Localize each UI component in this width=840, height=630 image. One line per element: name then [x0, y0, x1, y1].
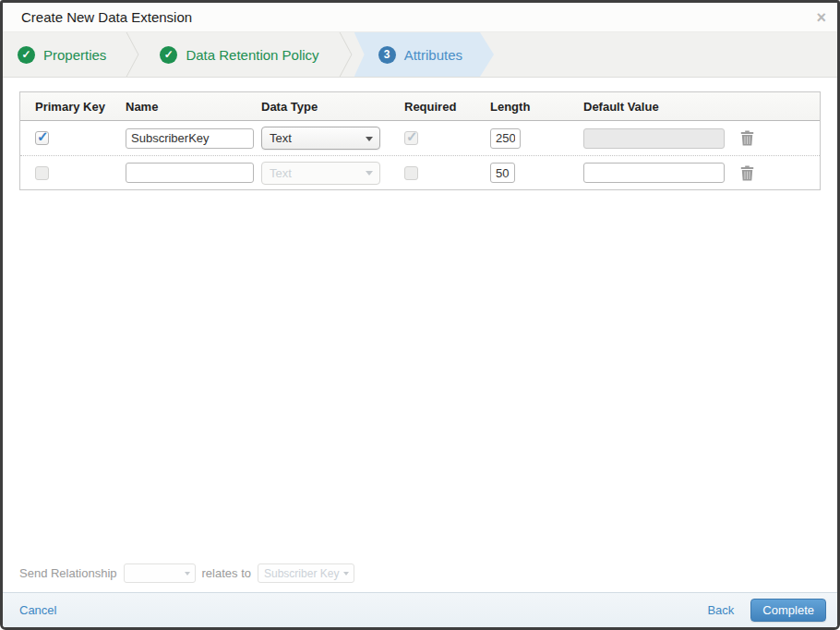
step-label: Attributes	[404, 47, 462, 63]
check-icon: ✓	[160, 46, 177, 64]
step-label: Data Retention Policy	[186, 47, 318, 63]
send-relationship-source-select	[124, 563, 196, 583]
send-relationship-label: Send Relationship	[19, 566, 117, 580]
step-attributes[interactable]: 3 Attributes	[354, 32, 494, 77]
column-header-name: Name	[118, 100, 254, 114]
data-type-select: Text	[261, 162, 380, 185]
data-type-value: Text	[270, 131, 292, 145]
send-relationship-target-select: Subscriber Key	[258, 563, 354, 583]
trash-icon	[740, 130, 754, 146]
length-input[interactable]	[490, 128, 521, 149]
primary-key-checkbox[interactable]	[35, 166, 49, 180]
trash-icon	[740, 165, 754, 181]
default-value-input	[583, 128, 725, 149]
step-separator-chevron	[334, 32, 358, 77]
step-data-retention-policy[interactable]: ✓ Data Retention Policy	[145, 32, 333, 77]
step-label: Properties	[43, 47, 106, 63]
length-input[interactable]	[490, 163, 515, 183]
attribute-row: Text	[20, 155, 820, 189]
primary-key-checkbox[interactable]	[35, 131, 49, 145]
delete-row-button[interactable]	[740, 130, 754, 146]
attributes-table: Primary Key Name Data Type Required Leng…	[19, 91, 821, 190]
chevron-down-icon	[366, 171, 373, 176]
relates-to-label: relates to	[202, 566, 251, 580]
dialog-content: Primary Key Name Data Type Required Leng…	[3, 78, 837, 592]
footer-actions: Back Complete	[707, 599, 826, 622]
send-relationship-row: Send Relationship relates to Subscriber …	[19, 563, 354, 583]
complete-button[interactable]: Complete	[750, 599, 826, 622]
wizard-steps: ✓ Properties ✓ Data Retention Policy 3 A…	[3, 32, 837, 78]
dialog-footer: Cancel Back Complete	[3, 592, 837, 627]
name-input[interactable]	[126, 128, 254, 149]
attribute-row: Text	[20, 121, 820, 155]
default-value-input[interactable]	[583, 163, 725, 183]
dialog-title: Create New Data Extension	[21, 9, 192, 25]
check-icon: ✓	[18, 46, 35, 64]
step-properties[interactable]: ✓ Properties	[3, 32, 121, 77]
delete-row-button[interactable]	[740, 165, 754, 181]
data-type-select[interactable]: Text	[261, 127, 380, 150]
chevron-down-icon	[343, 572, 349, 575]
create-data-extension-dialog: Create New Data Extension × ✓ Properties…	[0, 0, 840, 630]
send-relationship-target-value: Subscriber Key	[264, 567, 339, 580]
cancel-link[interactable]: Cancel	[19, 603, 56, 617]
required-checkbox[interactable]	[404, 166, 418, 180]
back-link[interactable]: Back	[707, 603, 734, 617]
chevron-down-icon	[366, 137, 373, 141]
column-header-primary-key: Primary Key	[20, 100, 118, 114]
data-type-value: Text	[270, 166, 292, 180]
attributes-table-header: Primary Key Name Data Type Required Leng…	[20, 92, 820, 121]
column-header-data-type: Data Type	[254, 100, 390, 114]
required-checkbox	[404, 131, 418, 145]
column-header-default-value: Default Value	[576, 100, 729, 114]
dialog-titlebar: Create New Data Extension ×	[3, 3, 837, 32]
name-input[interactable]	[126, 163, 254, 183]
step-number-badge: 3	[378, 46, 396, 64]
column-header-length: Length	[483, 100, 576, 114]
step-separator-chevron	[121, 32, 145, 77]
close-icon[interactable]: ×	[816, 9, 826, 26]
column-header-required: Required	[390, 100, 483, 114]
chevron-down-icon	[185, 572, 190, 575]
